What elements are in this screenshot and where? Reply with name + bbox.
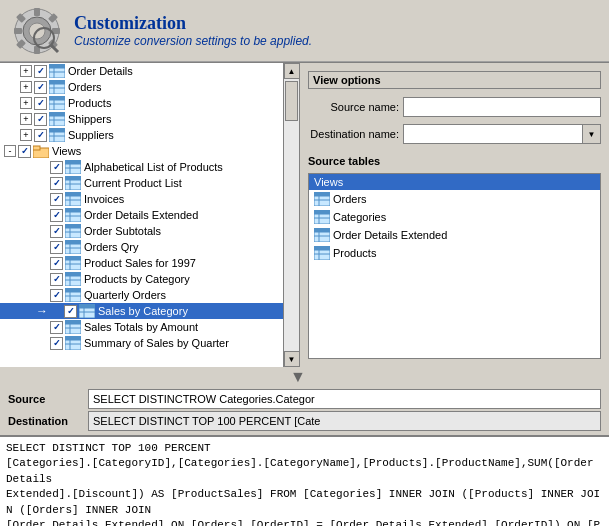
tree-checkbox[interactable] bbox=[50, 273, 63, 286]
source-tables-header: Views bbox=[309, 174, 600, 190]
tree-checkbox[interactable] bbox=[50, 337, 63, 350]
tree-item[interactable]: Sales Totals by Amount bbox=[0, 319, 299, 335]
source-table-item[interactable]: Categories bbox=[309, 208, 600, 226]
tree-item-label: Invoices bbox=[84, 193, 124, 205]
expand-btn[interactable]: + bbox=[20, 65, 32, 77]
tree-checkbox[interactable] bbox=[50, 289, 63, 302]
down-arrow-icon: ▼ bbox=[290, 368, 306, 386]
tree-scroll[interactable]: + Order Details+ Orders+ Products+ Shipp… bbox=[0, 63, 299, 367]
svg-rect-39 bbox=[33, 146, 40, 150]
tree-item-label: Alphabetical List of Products bbox=[84, 161, 223, 173]
expand-btn[interactable]: + bbox=[20, 113, 32, 125]
tree-item[interactable]: Products by Category bbox=[0, 271, 299, 287]
tree-item-label: Product Sales for 1997 bbox=[84, 257, 196, 269]
tree-item[interactable]: + Order Details bbox=[0, 63, 299, 79]
source-name-row: Source name: bbox=[308, 97, 601, 117]
tree-checkbox[interactable] bbox=[18, 145, 31, 158]
header-icon bbox=[12, 6, 62, 56]
tree-item[interactable]: Order Details Extended bbox=[0, 207, 299, 223]
arrow-row: ▼ bbox=[0, 367, 609, 387]
tree-item[interactable]: + Products bbox=[0, 95, 299, 111]
source-table-item[interactable]: Order Details Extended bbox=[309, 226, 600, 244]
tree-checkbox[interactable] bbox=[50, 209, 63, 222]
header: Customization Customize conversion setti… bbox=[0, 0, 609, 62]
tree-item[interactable]: Product Sales for 1997 bbox=[0, 255, 299, 271]
tree-item-label: Products bbox=[68, 97, 111, 109]
tree-scrollbar[interactable]: ▲ ▼ bbox=[283, 63, 299, 367]
destination-name-dropdown[interactable]: ▼ bbox=[403, 124, 601, 144]
tree-item-label: Products by Category bbox=[84, 273, 190, 285]
tree-checkbox[interactable] bbox=[34, 81, 47, 94]
source-table-item[interactable]: Orders bbox=[309, 190, 600, 208]
svg-rect-99 bbox=[65, 336, 81, 340]
tree-checkbox[interactable] bbox=[34, 65, 47, 78]
left-panel: + Order Details+ Orders+ Products+ Shipp… bbox=[0, 63, 300, 367]
svg-rect-37 bbox=[49, 128, 65, 132]
expand-btn[interactable]: - bbox=[4, 145, 16, 157]
tree-item-label: Orders bbox=[68, 81, 102, 93]
tree-item-label: Sales Totals by Amount bbox=[84, 321, 198, 333]
source-label: Source bbox=[8, 393, 88, 405]
scroll-thumb[interactable] bbox=[285, 81, 298, 121]
destination-label: Destination bbox=[8, 415, 88, 427]
tree-item[interactable]: Quarterly Orders bbox=[0, 287, 299, 303]
arrow-indicator: → bbox=[36, 304, 48, 318]
tree-item[interactable]: + Suppliers bbox=[0, 127, 299, 143]
tree-item[interactable]: + Orders bbox=[0, 79, 299, 95]
tree-checkbox[interactable] bbox=[50, 321, 63, 334]
tree-item[interactable]: Invoices bbox=[0, 191, 299, 207]
svg-rect-49 bbox=[65, 176, 81, 180]
dropdown-arrow-icon[interactable]: ▼ bbox=[582, 125, 600, 143]
svg-rect-89 bbox=[79, 304, 95, 308]
tree-checkbox[interactable] bbox=[34, 113, 47, 126]
tree-item[interactable]: Alphabetical List of Products bbox=[0, 159, 299, 175]
scroll-down-btn[interactable]: ▼ bbox=[284, 351, 300, 367]
view-options-title: View options bbox=[308, 71, 601, 89]
scroll-track bbox=[284, 79, 299, 351]
source-name-input[interactable] bbox=[403, 97, 601, 117]
tree-item[interactable]: Current Product List bbox=[0, 175, 299, 191]
tree-item-label: Order Subtotals bbox=[84, 225, 161, 237]
source-tables-box: Views Orders Categories Order Details Ex… bbox=[308, 173, 601, 359]
tree-checkbox[interactable] bbox=[50, 161, 63, 174]
svg-rect-59 bbox=[65, 208, 81, 212]
tree-item-label: Suppliers bbox=[68, 129, 114, 141]
tree-item[interactable]: + Shippers bbox=[0, 111, 299, 127]
tree-checkbox[interactable] bbox=[50, 193, 63, 206]
svg-rect-69 bbox=[65, 240, 81, 244]
source-tables-label: Source tables bbox=[308, 155, 601, 167]
expand-btn[interactable]: + bbox=[20, 81, 32, 93]
header-text: Customization Customize conversion setti… bbox=[74, 13, 312, 48]
tree-item[interactable]: → Sales by Category bbox=[0, 303, 299, 319]
svg-rect-2 bbox=[34, 8, 40, 16]
source-table-item[interactable]: Products bbox=[309, 244, 600, 262]
tree-checkbox[interactable] bbox=[34, 129, 47, 142]
scroll-up-btn[interactable]: ▲ bbox=[284, 63, 300, 79]
source-value: SELECT DISTINCTROW Categories.Categor bbox=[88, 389, 601, 409]
svg-rect-44 bbox=[65, 160, 81, 164]
destination-name-row: Destination name: ▼ bbox=[308, 124, 601, 144]
svg-rect-22 bbox=[49, 80, 65, 84]
tree-checkbox[interactable] bbox=[50, 257, 63, 270]
svg-rect-74 bbox=[65, 256, 81, 260]
tree-item-label: Order Details Extended bbox=[84, 209, 198, 221]
page-subtitle: Customize conversion settings to be appl… bbox=[74, 34, 312, 48]
main-area: + Order Details+ Orders+ Products+ Shipp… bbox=[0, 62, 609, 367]
tree-item[interactable]: Orders Qry bbox=[0, 239, 299, 255]
tree-checkbox[interactable] bbox=[64, 305, 77, 318]
source-row: Source SELECT DISTINCTROW Categories.Cat… bbox=[8, 389, 601, 409]
tree-item-label: Summary of Sales by Quarter bbox=[84, 337, 229, 349]
tree-item-label: Sales by Category bbox=[98, 305, 188, 317]
tree-item-label: Shippers bbox=[68, 113, 111, 125]
tree-item[interactable]: Summary of Sales by Quarter bbox=[0, 335, 299, 351]
tree-checkbox[interactable] bbox=[50, 177, 63, 190]
tree-checkbox[interactable] bbox=[34, 97, 47, 110]
tree-item[interactable]: - Views bbox=[0, 143, 299, 159]
tree-checkbox[interactable] bbox=[50, 225, 63, 238]
destination-row: Destination SELECT DISTINCT TOP 100 PERC… bbox=[8, 411, 601, 431]
tree-item[interactable]: Order Subtotals bbox=[0, 223, 299, 239]
expand-btn[interactable]: + bbox=[20, 97, 32, 109]
tree-item-label: Quarterly Orders bbox=[84, 289, 166, 301]
expand-btn[interactable]: + bbox=[20, 129, 32, 141]
tree-checkbox[interactable] bbox=[50, 241, 63, 254]
